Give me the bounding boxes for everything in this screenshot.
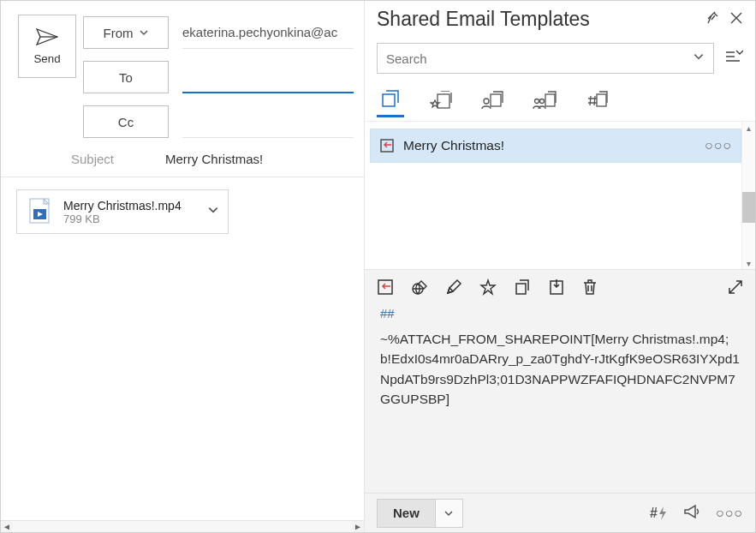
web-edit-icon[interactable]	[411, 278, 428, 296]
scroll-down-arrow-icon[interactable]: ▾	[742, 257, 755, 269]
megaphone-icon[interactable]	[683, 504, 700, 523]
svg-point-4	[484, 99, 489, 104]
attachment-card[interactable]: Merry Christmas!.mp4 799 KB	[16, 189, 229, 234]
horizontal-scrollbar[interactable]: ◄ ►	[1, 520, 364, 532]
templates-list: Merry Christmas! ○○○ ▴ ▾	[365, 122, 755, 269]
scroll-left-arrow-icon[interactable]: ◄	[1, 521, 13, 532]
export-icon[interactable]	[548, 278, 565, 296]
svg-rect-8	[545, 94, 555, 106]
scrollbar-thumb[interactable]	[742, 192, 756, 223]
editor-toolbar	[365, 270, 755, 301]
tab-my-templates[interactable]	[478, 86, 507, 117]
person-stack-icon	[481, 91, 503, 110]
expand-icon[interactable]	[728, 279, 743, 295]
list-options-icon[interactable]	[724, 48, 743, 69]
cc-label: Cc	[118, 115, 134, 129]
tab-tags[interactable]	[582, 86, 611, 117]
hash-bolt-icon[interactable]: #	[650, 506, 668, 521]
scroll-up-arrow-icon[interactable]: ▴	[742, 122, 755, 134]
pin-icon[interactable]	[705, 10, 721, 29]
template-body: ~%ATTACH_FROM_SHAREPOINT[Merry Christmas…	[365, 329, 755, 424]
attachment-menu-chevron-icon[interactable]	[207, 204, 219, 219]
send-label: Send	[33, 52, 60, 65]
template-name: Merry Christmas!	[403, 138, 696, 153]
tab-team-templates[interactable]	[529, 86, 560, 117]
svg-rect-2	[383, 94, 395, 106]
people-stack-icon	[533, 91, 557, 110]
svg-rect-9	[597, 94, 606, 106]
template-row[interactable]: Merry Christmas! ○○○	[370, 129, 741, 163]
insert-icon[interactable]	[377, 278, 394, 296]
scroll-right-arrow-icon[interactable]: ►	[352, 521, 364, 532]
svg-rect-10	[381, 140, 393, 152]
from-label: From	[104, 26, 134, 40]
trash-icon[interactable]	[582, 278, 598, 296]
outlook-compose-pane: Send From ekaterina.pechyonkina@ac To Cc	[1, 1, 365, 532]
star-stack-icon	[430, 91, 452, 110]
more-icon[interactable]: ○○○	[716, 506, 743, 521]
video-file-icon	[26, 197, 55, 226]
copy-icon[interactable]	[514, 278, 531, 296]
new-button-group: New	[377, 499, 463, 528]
search-field[interactable]	[386, 51, 693, 66]
send-icon	[36, 28, 58, 45]
from-value[interactable]: ekaterina.pechyonkina@ac	[182, 16, 354, 49]
svg-point-7	[540, 99, 545, 103]
cc-button[interactable]: Cc	[83, 105, 169, 138]
search-input[interactable]	[377, 43, 714, 74]
hash-stack-icon	[586, 91, 608, 110]
star-icon[interactable]	[479, 278, 497, 296]
template-tags: ##	[365, 301, 755, 329]
insert-template-icon	[379, 138, 395, 153]
shared-templates-pane: Shared Email Templates	[365, 1, 755, 532]
template-more-icon[interactable]: ○○○	[705, 138, 732, 153]
subject-label: Subject	[11, 152, 165, 166]
new-button[interactable]: New	[377, 499, 436, 528]
pane-title: Shared Email Templates	[377, 8, 697, 31]
stack-icon	[380, 89, 401, 108]
close-icon[interactable]	[729, 11, 743, 28]
send-button[interactable]: Send	[18, 15, 76, 78]
tabs-row	[365, 81, 755, 122]
svg-rect-3	[438, 94, 449, 108]
bottom-bar: New # ○○○	[365, 493, 755, 532]
new-dropdown-chevron-icon[interactable]	[436, 499, 463, 528]
from-button[interactable]: From	[83, 16, 169, 49]
subject-field[interactable]: Merry Christmas!	[165, 152, 354, 166]
chevron-down-icon	[139, 27, 149, 38]
svg-rect-13	[516, 284, 526, 294]
attachment-size: 799 KB	[63, 213, 199, 225]
pencil-edit-icon[interactable]	[445, 278, 462, 296]
svg-rect-5	[491, 94, 501, 106]
svg-point-6	[535, 99, 539, 103]
to-button[interactable]: To	[83, 61, 169, 93]
to-label: To	[119, 70, 133, 85]
attachment-name: Merry Christmas!.mp4	[63, 199, 199, 213]
vertical-scrollbar[interactable]: ▴ ▾	[741, 122, 755, 269]
search-dropdown-chevron-icon[interactable]	[693, 51, 705, 66]
cc-field[interactable]	[182, 105, 354, 138]
template-preview-area: ## ~%ATTACH_FROM_SHAREPOINT[Merry Christ…	[365, 269, 755, 532]
svg-rect-11	[378, 280, 392, 294]
tab-favorites[interactable]	[426, 86, 455, 117]
to-field[interactable]	[182, 61, 354, 93]
tab-templates[interactable]	[377, 84, 404, 117]
compose-body[interactable]	[1, 246, 364, 520]
